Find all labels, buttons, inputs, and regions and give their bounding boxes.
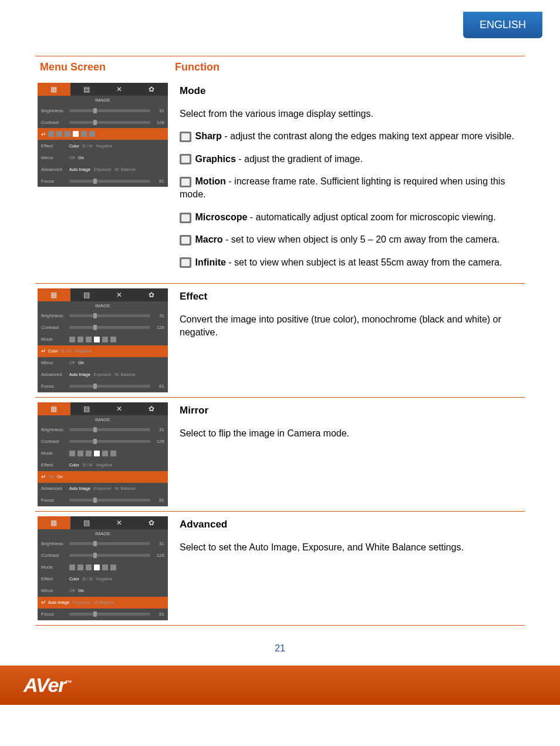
row-advanced: ▦▤✕✿ IMAGE Brightness31 Contrast128 Mode… [35, 512, 525, 626]
row-effect: ▦▤✕✿ IMAGE Brightness31 Contrast128 Mode… [35, 284, 525, 398]
mirror-desc: Select to flip the image in Camera mode. [180, 427, 520, 440]
effect-desc: Convert the image into positive (true co… [180, 313, 520, 340]
advanced-title: Advanced [180, 518, 520, 532]
language-tab: ENGLISH [463, 12, 542, 38]
tab-tools-icon: ✕ [103, 83, 136, 96]
menu-screenshot-mode: ▦▤✕✿ IMAGE Brightness31 Contrast128 ↵ Ef… [35, 80, 175, 281]
infinite-icon [180, 257, 191, 268]
mode-title: Mode [180, 84, 520, 98]
tab-settings-icon: ✿ [136, 83, 168, 96]
row-mode: ▦▤✕✿ IMAGE Brightness31 Contrast128 ↵ Ef… [35, 78, 525, 284]
graphics-icon [180, 154, 191, 164]
mode-icons [48, 131, 164, 137]
tab-image-icon: ▦ [38, 83, 70, 96]
selector-arrow: ↵ [41, 131, 48, 137]
function-effect: Effect Convert the image into positive (… [175, 286, 525, 395]
aver-logo: AVer™ [23, 674, 72, 696]
function-advanced: Advanced Select to set the Auto Image, E… [175, 514, 525, 623]
mode-intro: Select from the various image display se… [180, 107, 520, 120]
page-number: 21 [0, 643, 560, 654]
contrast-slider [69, 121, 150, 124]
header-menu: Menu Screen [35, 56, 175, 78]
macro-icon [180, 235, 191, 246]
function-mode: Mode Select from the various image displ… [175, 80, 525, 281]
advanced-desc: Select to set the Auto Image, Exposure, … [180, 541, 520, 554]
row-mirror: ▦▤✕✿ IMAGE Brightness31 Contrast128 Mode… [35, 398, 525, 512]
menu-screenshot-effect: ▦▤✕✿ IMAGE Brightness31 Contrast128 Mode… [35, 286, 175, 395]
tab-present-icon: ▤ [70, 83, 103, 96]
menu-screenshot-mirror: ▦▤✕✿ IMAGE Brightness31 Contrast128 Mode… [35, 400, 175, 509]
function-mirror: Mirror Select to flip the image in Camer… [175, 400, 525, 509]
header-function: Function [175, 56, 525, 78]
mirror-title: Mirror [180, 404, 520, 418]
table-header: Menu Screen Function [35, 56, 525, 78]
content-area: Menu Screen Function ▦▤✕✿ IMAGE Brightne… [0, 38, 560, 631]
focus-slider [69, 180, 150, 183]
effect-title: Effect [180, 290, 520, 304]
microscope-icon [180, 213, 191, 223]
footer-bar: AVer™ [0, 666, 560, 705]
menu-screenshot-advanced: ▦▤✕✿ IMAGE Brightness31 Contrast128 Mode… [35, 514, 175, 623]
motion-icon [180, 177, 191, 187]
brightness-slider [69, 109, 150, 112]
sharp-icon [180, 132, 191, 142]
menu-title: IMAGE [38, 96, 168, 105]
